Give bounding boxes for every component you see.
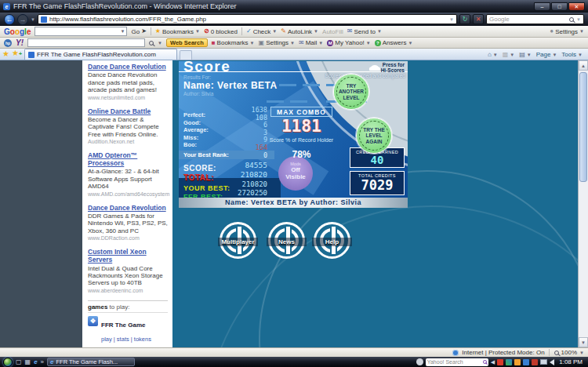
ad-link[interactable]: Dance Dance Revolution: [88, 63, 168, 71]
yahoo-bookmarks-menu[interactable]: ■ Bookmarks▼: [212, 39, 255, 46]
tray-icon-orange[interactable]: [514, 359, 521, 365]
search-provider-dropdown-icon[interactable]: ▼: [576, 17, 581, 22]
try-level-again-button[interactable]: TRY THE LEVEL AGAIN: [356, 118, 392, 154]
add-favorite-icon[interactable]: ★: [12, 48, 22, 60]
page-background-left: [0, 60, 82, 347]
stat-row: Average:6: [183, 121, 267, 129]
scroll-up-arrow[interactable]: ▲: [579, 60, 588, 71]
separator: [241, 27, 242, 35]
hp-icon[interactable]: hp: [4, 39, 12, 47]
yahoo-magnifier-icon[interactable]: [149, 41, 154, 45]
my-yahoo-menu[interactable]: M My Yahoo!▼: [327, 39, 370, 46]
taskbar-yahoo-search[interactable]: Yahoo! Search: [426, 358, 488, 366]
news-button[interactable]: News: [268, 222, 305, 259]
try-another-level-button[interactable]: TRY ANOTHER LEVEL: [333, 74, 369, 110]
ad-link[interactable]: AMD Opteron™ Processors: [88, 151, 168, 167]
tab-ffr-the-game[interactable]: FFR The Game FlashFlashRevolution.com: [24, 49, 177, 60]
autolink-menu[interactable]: ✎ AutoLink▼: [281, 28, 318, 35]
mods-toggle[interactable]: Mods Off Visible: [278, 156, 313, 191]
mail-envelope-icon: ✉: [299, 40, 304, 46]
scrollbar-thumb[interactable]: [579, 72, 587, 182]
start-button[interactable]: [3, 358, 13, 367]
printer-icon: ▤: [519, 52, 525, 58]
tray-collapse-arrow[interactable]: ◀: [491, 359, 495, 365]
check-icon: ✓: [246, 28, 252, 35]
hi-scores-button[interactable]: Press forHi-Scores: [371, 62, 405, 74]
back-button[interactable]: ←: [4, 14, 15, 25]
ie-quicklaunch-icon[interactable]: e: [34, 358, 37, 366]
multiplayer-button[interactable]: Multiplayer: [220, 222, 256, 259]
web-search-button[interactable]: Web Search: [166, 38, 208, 47]
send-to-icon: ✉: [347, 28, 353, 35]
stop-button[interactable]: ✕: [473, 14, 484, 24]
ad-link[interactable]: Custom Intel Xeon Servers: [88, 248, 168, 263]
favorites-center-icon[interactable]: ★: [2, 49, 9, 60]
help-button[interactable]: Help: [314, 222, 350, 259]
game-list-item: ✥ FFR The Game play | stats | tokens low…: [88, 316, 168, 347]
taskbar-clock[interactable]: 1:08 PM: [557, 358, 585, 365]
feeds-button[interactable]: ▩▼: [503, 52, 515, 58]
popup-blocked-button[interactable]: ⊘ 0 blocked: [204, 28, 238, 35]
history-dropdown-icon[interactable]: ▼: [31, 17, 35, 22]
score-heading: Score: [183, 61, 230, 75]
yahoo-settings-menu[interactable]: ▣ Settings▼: [259, 39, 295, 46]
google-search-dropdown-icon[interactable]: ▼: [121, 29, 125, 34]
address-bar: ← → ▼ http://www.flashflashrevolution.co…: [0, 13, 588, 26]
window-title: FFR The Game FlashFlashRevolution.com - …: [13, 2, 236, 10]
tray-icon-blue[interactable]: [523, 359, 529, 365]
switch-windows-icon[interactable]: ▦: [25, 358, 31, 366]
page-favicon: [41, 16, 47, 23]
yahoo-answers-menu[interactable]: ? Answers▼: [375, 39, 413, 46]
yahoo-search-dropdown-icon[interactable]: ▼: [158, 41, 162, 45]
quicklaunch-overflow-icon[interactable]: »: [41, 358, 44, 366]
forward-button[interactable]: →: [17, 14, 28, 25]
bookmarks-icon: ■: [212, 40, 216, 46]
send-to-menu[interactable]: ✉ Send to▼: [347, 28, 382, 35]
show-desktop-icon[interactable]: ▢: [16, 358, 22, 366]
minimize-button[interactable]: –: [534, 2, 550, 11]
print-menu[interactable]: ▤▼: [519, 52, 532, 58]
google-go-button[interactable]: Go➤: [131, 28, 146, 35]
ad-link[interactable]: Dance Dance Revolution: [88, 204, 168, 212]
yahoo-search-magnifier-icon[interactable]: [483, 360, 487, 364]
refresh-button[interactable]: ↻: [459, 14, 470, 24]
close-button[interactable]: ✕: [568, 2, 585, 11]
stat-row: Miss:3: [183, 129, 267, 136]
games-to-play-section: games to play: ✥ FFR The Game play | sta…: [88, 300, 168, 347]
network-icon[interactable]: [540, 359, 547, 365]
zoom-control[interactable]: 100% ▼: [549, 349, 584, 356]
google-settings-menu[interactable]: ● Settings▼: [550, 28, 584, 35]
ad-link[interactable]: Online Dance Battle: [88, 107, 168, 115]
zoom-dropdown-icon[interactable]: ▼: [579, 351, 584, 355]
tray-icon-shield[interactable]: [532, 359, 538, 365]
search-input[interactable]: Google ▼: [486, 14, 584, 24]
vertical-scrollbar[interactable]: ▲ ▼: [578, 60, 588, 347]
yahoo-search-input[interactable]: [27, 38, 145, 47]
address-input[interactable]: http://www.flashflashrevolution.com/FFR_…: [38, 14, 457, 24]
my-yahoo-icon: M: [327, 40, 333, 46]
new-tab-stub[interactable]: [180, 50, 192, 60]
tray-icon-multi[interactable]: [506, 359, 512, 365]
scrollbar-track[interactable]: [579, 184, 588, 337]
tray-icon-red[interactable]: [497, 359, 503, 365]
maximize-button[interactable]: □: [551, 2, 568, 11]
yahoo-mail-menu[interactable]: ✉ Mail▼: [299, 39, 323, 46]
spellcheck-menu[interactable]: ✓ Check▼: [246, 28, 277, 35]
search-magnifier-icon[interactable]: [569, 17, 574, 22]
game-links[interactable]: play | stats | tokens: [101, 336, 151, 343]
address-url[interactable]: http://www.flashflashrevolution.com/FFR_…: [49, 16, 447, 23]
address-dropdown-icon[interactable]: ▼: [449, 17, 454, 22]
settings-icon: ▣: [259, 40, 265, 46]
scroll-down-arrow[interactable]: ▼: [579, 337, 588, 347]
yahoo-toolbar: hp Y! ▼ Web Search ■ Bookmarks▼ ▣ Settin…: [0, 38, 588, 49]
home-menu[interactable]: ⌂▼: [488, 52, 498, 58]
page-menu[interactable]: Page▼: [536, 51, 557, 58]
google-bookmarks-menu[interactable]: ★ Bookmarks▼: [155, 28, 200, 35]
volume-icon[interactable]: [550, 359, 554, 365]
yahoo-logo[interactable]: Y!: [16, 38, 24, 47]
song-banner: Name: Vertex BETA by Author: Silvia: [179, 198, 408, 208]
taskbar-window-button[interactable]: e FFR The Game Flash...: [47, 358, 135, 366]
google-search-box[interactable]: G ▼: [34, 27, 127, 36]
messenger-tray-icon[interactable]: [416, 358, 423, 365]
tools-menu[interactable]: Tools▼: [561, 51, 583, 58]
